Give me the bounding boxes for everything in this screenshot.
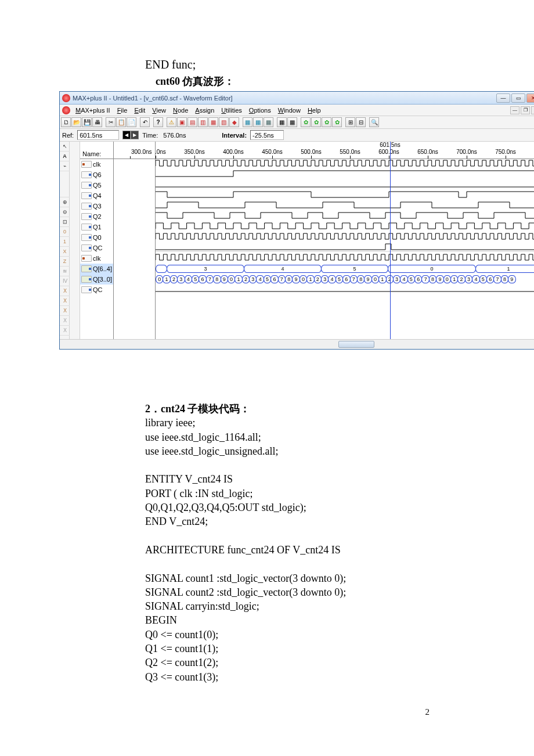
help-button[interactable]: ? (153, 117, 163, 127)
tool-icon[interactable]: ▧ (219, 117, 229, 127)
menu-maxplus[interactable]: MAX+plus II (73, 106, 113, 115)
interval-label: Interval: (222, 132, 247, 139)
time-ruler[interactable]: 601.5ns 300.0ns350.0ns400.0ns450.0ns500.… (156, 142, 534, 159)
menu-options[interactable]: Options (246, 106, 274, 115)
ref-cursor-line[interactable] (390, 142, 391, 339)
menu-file[interactable]: File (114, 106, 131, 115)
save-button[interactable]: 💾 (82, 117, 92, 127)
mdi-icon[interactable] (62, 106, 70, 114)
cut-button[interactable]: ✂ (106, 117, 116, 127)
tool-icon[interactable]: ▦ (287, 117, 297, 127)
count-tool[interactable]: Ⅹ (60, 296, 70, 306)
tool-icon[interactable]: ⊞ (345, 117, 355, 127)
signal-row[interactable]: Q1 (80, 222, 113, 232)
signal-row[interactable]: QC (80, 243, 113, 253)
ref-label: Ref: (62, 132, 74, 139)
wave-tool[interactable]: ⌁ (60, 161, 70, 171)
signal-row[interactable]: Q[6..4] (80, 264, 113, 274)
ref-input[interactable] (77, 130, 119, 140)
scrollbar-thumb[interactable] (338, 341, 374, 348)
ref-left-button[interactable]: ◀ (122, 131, 131, 139)
signal-row[interactable]: Q4 (80, 190, 113, 201)
mdi-close[interactable]: ✕ (531, 106, 534, 114)
open-button[interactable]: 📂 (71, 117, 81, 127)
set-1-tool[interactable]: 1 (60, 237, 70, 247)
signal-row[interactable]: Q[3..0] (80, 274, 113, 285)
tool-icon[interactable]: ✿ (311, 117, 321, 127)
close-button[interactable]: ✕ (526, 93, 534, 103)
tool-icon[interactable]: ▦ (264, 117, 273, 127)
signal-type-icon (81, 286, 92, 293)
menu-window[interactable]: Window (275, 106, 304, 115)
time-input[interactable] (161, 130, 203, 140)
section-title: 2．cnt24 子模块代码： (145, 402, 459, 416)
mdi-restore[interactable]: ❐ (521, 106, 530, 114)
tool-icon[interactable]: ▦ (277, 117, 287, 127)
signal-label: Q2 (93, 213, 102, 220)
set-z-tool[interactable]: Z (60, 257, 70, 267)
tool-icon[interactable]: ✿ (322, 117, 331, 127)
code-block: 2．cnt24 子模块代码： library ieee; use ieee.st… (145, 402, 459, 684)
waveform-area[interactable]: 601.5ns 300.0ns350.0ns400.0ns450.0ns500.… (156, 142, 534, 339)
mdi-minimize[interactable]: — (510, 106, 519, 114)
inv-tool[interactable]: ≋ (60, 267, 70, 276)
tool-icon[interactable]: ✿ (301, 117, 311, 127)
tool-icon[interactable]: ▦ (253, 117, 263, 127)
tool-icon[interactable]: Ⅹ (60, 316, 70, 326)
minimize-button[interactable]: — (496, 93, 510, 103)
menu-view[interactable]: View (149, 106, 169, 115)
clock-tool[interactable]: Ⅹ (60, 286, 70, 296)
signal-row[interactable]: clk (80, 159, 113, 170)
menu-edit[interactable]: Edit (131, 106, 148, 115)
set-x-tool[interactable]: X (60, 247, 70, 257)
group-tool[interactable]: Ⅹ (60, 306, 70, 316)
tool-icon[interactable]: ⊟ (356, 117, 366, 127)
menu-utilities[interactable]: Utilities (218, 106, 244, 115)
signal-row[interactable]: clk (80, 253, 113, 264)
tool-icon[interactable]: Ⅳ (60, 276, 70, 286)
zoom-fit-tool[interactable]: ⊡ (60, 217, 70, 227)
signal-type-icon (81, 171, 92, 178)
signal-row[interactable]: Q5 (80, 180, 113, 190)
maximize-button[interactable]: ▭ (511, 93, 525, 103)
zoom-in-tool[interactable]: ⊕ (60, 197, 70, 207)
set-0-tool[interactable]: 0 (60, 227, 70, 237)
tool-icon[interactable]: ✿ (332, 117, 342, 127)
signal-label: Q1 (93, 224, 102, 231)
tool-icon[interactable]: ◆ (229, 117, 239, 127)
signal-row[interactable]: Q6 (80, 170, 113, 180)
print-button[interactable]: 🖶 (92, 117, 102, 127)
left-toolbar: ↖ A ⌁ ⊕ ⊖ ⊡ 0 1 X Z ≋ Ⅳ Ⅹ Ⅹ Ⅹ Ⅹ Ⅹ (60, 142, 70, 339)
warn-icon[interactable]: ⚠ (167, 117, 176, 127)
signal-label: Q4 (93, 192, 102, 199)
signal-type-icon (81, 265, 92, 272)
compile-icon[interactable]: ▣ (177, 117, 187, 127)
tool-icon[interactable]: ▤ (187, 117, 197, 127)
paste-button[interactable]: 📄 (127, 117, 136, 127)
signal-row[interactable]: Q2 (80, 211, 113, 222)
tool-icon[interactable]: ▥ (198, 117, 208, 127)
tool-icon[interactable]: Ⅹ (60, 326, 70, 336)
new-button[interactable]: 🗋 (61, 117, 71, 127)
signal-type-icon (81, 161, 92, 168)
ref-right-button[interactable]: ▶ (131, 131, 139, 139)
tool-icon[interactable]: ▦ (208, 117, 218, 127)
zoom-out-tool[interactable]: ⊖ (60, 207, 70, 217)
text-tool[interactable]: A (60, 152, 70, 161)
search-button[interactable]: 🔍 (369, 117, 379, 127)
left-toolbar-2 (70, 142, 80, 339)
pointer-tool[interactable]: ↖ (60, 142, 70, 152)
value-column: 300.0ns (114, 142, 156, 339)
menu-assign[interactable]: Assign (192, 106, 217, 115)
horizontal-scrollbar[interactable] (60, 339, 534, 349)
signal-row[interactable]: Q3 (80, 201, 113, 211)
interval-input[interactable] (250, 130, 284, 140)
copy-button[interactable]: 📋 (116, 117, 126, 127)
titlebar[interactable]: MAX+plus II - Untitled1 - [v_cnt60.scf -… (60, 92, 534, 105)
undo-button[interactable]: ↶ (140, 117, 150, 127)
menu-help[interactable]: Help (305, 106, 324, 115)
menu-node[interactable]: Node (170, 106, 191, 115)
tool-icon[interactable]: ▦ (243, 117, 252, 127)
signal-row[interactable]: Q0 (80, 232, 113, 243)
signal-row[interactable]: QC (80, 285, 113, 295)
